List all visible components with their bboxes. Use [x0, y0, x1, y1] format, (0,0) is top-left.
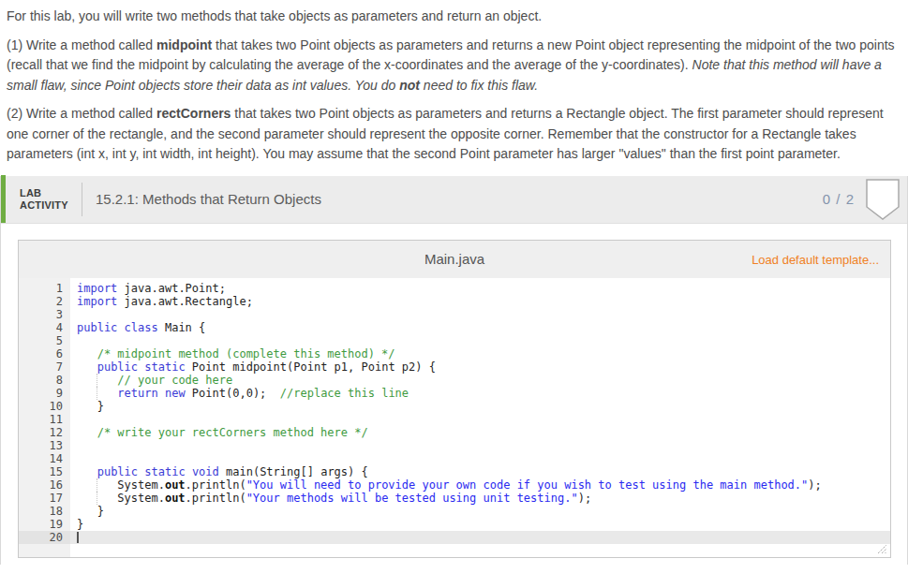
code-token: [117, 321, 124, 334]
line-number: 15: [19, 465, 70, 478]
code-token: public: [97, 465, 138, 478]
code-token: }: [77, 518, 83, 531]
code-line[interactable]: [70, 413, 890, 426]
code-line[interactable]: public static void main(String[] args) {: [70, 465, 890, 478]
resize-handle[interactable]: [874, 541, 887, 554]
lab-activity-label: LAB ACTIVITY: [20, 187, 78, 212]
code-token: [77, 426, 97, 439]
instruction-paragraph: For this lab, you will write two methods…: [7, 7, 902, 27]
line-number: 11: [19, 413, 70, 426]
code-token: void: [192, 465, 219, 478]
line-number: 7: [19, 360, 70, 374]
indent-guide: [97, 387, 97, 400]
code-token: [186, 465, 192, 478]
code-token: /* midpoint method (complete this method…: [97, 347, 395, 360]
code-token: System.: [77, 492, 165, 505]
code-token: Point(0,0);: [186, 387, 280, 400]
code-token: import: [77, 295, 117, 308]
code-line[interactable]: System.out.println("You will need to pro…: [70, 478, 890, 492]
code-line[interactable]: [70, 531, 890, 544]
line-number: 2: [19, 295, 70, 308]
line-number: 20: [19, 531, 70, 544]
header-divider: [82, 183, 82, 216]
code-token: );: [578, 492, 591, 505]
code-line[interactable]: }: [70, 518, 890, 531]
instruction-paragraph: (2) Write a method called rectCorners th…: [7, 104, 902, 165]
line-number: 9: [19, 387, 70, 400]
code-token: .println(: [186, 478, 246, 492]
code-line[interactable]: [70, 334, 890, 347]
code-line[interactable]: import java.awt.Rectangle;: [70, 295, 890, 308]
editor-code-lines: import java.awt.Point;import java.awt.Re…: [70, 278, 890, 544]
code-token: new: [165, 387, 186, 400]
code-token: java.awt.Rectangle;: [117, 295, 253, 308]
score-badge-icon: [866, 179, 900, 220]
text-run: (2) Write a method called: [7, 106, 156, 121]
code-token: public: [77, 321, 117, 334]
code-token: static: [144, 360, 185, 374]
code-token: .println(: [186, 492, 246, 505]
indent-guide: [97, 478, 97, 492]
line-number: 16: [19, 478, 70, 492]
code-line[interactable]: public static Point midpoint(Point p1, P…: [70, 360, 890, 374]
text-run: need to fix this flaw.: [420, 78, 538, 93]
activity-title: 15.2.1: Methods that Return Objects: [96, 191, 823, 207]
lab-content: Main.java Load default template... 12345…: [1, 224, 907, 565]
code-line[interactable]: [70, 452, 890, 465]
code-line[interactable]: // your code here: [70, 374, 890, 387]
line-number: 6: [19, 347, 70, 360]
lab-activity-label-line2: ACTIVITY: [20, 199, 78, 212]
line-number: 1: [19, 282, 70, 295]
code-line[interactable]: /* midpoint method (complete this method…: [70, 347, 890, 360]
text-run: not: [399, 78, 420, 93]
code-token: [77, 360, 97, 374]
line-number: 17: [19, 492, 70, 505]
code-token: [158, 387, 165, 400]
text-run: (1) Write a method called: [7, 37, 156, 52]
code-token: Main {: [158, 321, 206, 334]
activity-score: 0 / 2: [823, 191, 855, 207]
code-line[interactable]: return new Point(0,0); //replace this li…: [70, 387, 890, 400]
code-token: public: [97, 360, 138, 374]
code-token: java.awt.Point;: [117, 282, 226, 295]
line-number: 19: [19, 518, 70, 531]
code-token: Point midpoint(Point p1, Point p2) {: [186, 360, 436, 374]
code-line[interactable]: import java.awt.Point;: [70, 282, 890, 295]
code-token: [77, 347, 97, 360]
instruction-paragraph: (1) Write a method called midpoint that …: [7, 36, 902, 96]
line-number: 14: [19, 452, 70, 465]
code-line[interactable]: System.out.println("Your methods will be…: [70, 492, 890, 505]
code-token: /* write your rectCorners method here */: [97, 426, 368, 439]
indent-guide: [97, 374, 97, 387]
line-number: 10: [19, 400, 70, 413]
code-token: import: [77, 282, 117, 295]
text-run: rectCorners: [156, 106, 231, 121]
code-line[interactable]: }: [70, 400, 890, 413]
load-default-template-link[interactable]: Load default template...: [752, 253, 879, 267]
code-line[interactable]: [70, 308, 890, 321]
code-token: [77, 465, 97, 478]
editor-code-area[interactable]: 1234567891011121314151617181920 import j…: [19, 278, 890, 557]
code-line[interactable]: [70, 439, 890, 452]
code-token: out: [165, 492, 186, 505]
code-token: class: [125, 321, 158, 334]
code-token: main(String[] args) {: [219, 465, 368, 478]
code-token: return: [117, 387, 157, 400]
code-line[interactable]: public class Main {: [70, 321, 890, 334]
code-token: }: [77, 400, 104, 413]
code-editor: Main.java Load default template... 12345…: [18, 240, 891, 558]
line-number: 5: [19, 334, 70, 347]
code-token: "Your methods will be tested using unit …: [246, 492, 578, 505]
line-number: 18: [19, 505, 70, 518]
text-run: midpoint: [156, 37, 212, 52]
lab-activity-header-bar: LAB ACTIVITY 15.2.1: Methods that Return…: [1, 176, 907, 224]
code-line[interactable]: /* write your rectCorners method here */: [70, 426, 890, 439]
code-line[interactable]: }: [70, 505, 890, 518]
indent-guide: [97, 492, 97, 505]
text-run: For this lab, you will write two methods…: [7, 8, 542, 23]
code-token: "You will need to provide your own code …: [246, 478, 809, 492]
code-token: out: [165, 478, 186, 492]
code-token: );: [808, 478, 821, 492]
text-cursor: [77, 532, 79, 543]
lab-activity-section: LAB ACTIVITY 15.2.1: Methods that Return…: [0, 176, 908, 565]
